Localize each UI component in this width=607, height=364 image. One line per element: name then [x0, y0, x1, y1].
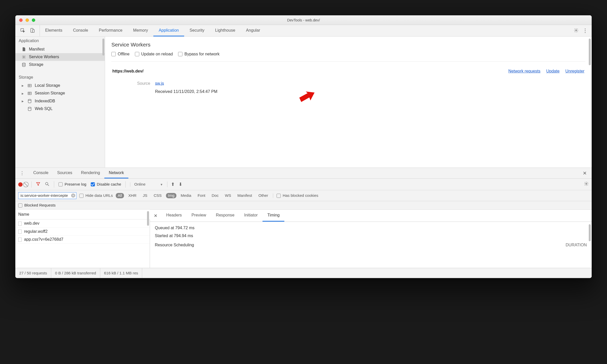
- search-icon[interactable]: [45, 181, 50, 187]
- sw-source-link[interactable]: sw.js: [155, 81, 164, 86]
- tab-performance[interactable]: Performance: [94, 25, 128, 37]
- hide-data-urls-checkbox[interactable]: Hide data URLs: [79, 193, 113, 198]
- list-header-name[interactable]: Name: [15, 210, 150, 220]
- has-blocked-cookies-checkbox[interactable]: Has blocked cookies: [273, 193, 318, 198]
- detail-tab-timing[interactable]: Timing: [263, 210, 285, 222]
- offline-checkbox[interactable]: Offline: [111, 52, 130, 56]
- source-label: Source: [111, 81, 155, 86]
- checkbox-label: Preserve log: [65, 182, 86, 187]
- timing-started: Started at 794.94 ms: [155, 234, 587, 238]
- filter-type-xhr[interactable]: XHR: [126, 193, 138, 198]
- sidebar-item-indexeddb[interactable]: ▶ IndexedDB: [15, 97, 105, 105]
- sidebar-item-session-storage[interactable]: ▶ Session Storage: [15, 90, 105, 97]
- list-scrollbar[interactable]: [147, 211, 149, 226]
- inspect-icon[interactable]: [20, 28, 25, 33]
- disclosure-icon: ▶: [22, 92, 25, 95]
- sidebar-item-service-workers[interactable]: Service Workers: [15, 53, 105, 61]
- database-icon: [22, 63, 26, 67]
- file-icon: [18, 229, 21, 234]
- window-titlebar: DevTools - web.dev/: [15, 15, 592, 25]
- tab-application[interactable]: Application: [153, 25, 184, 37]
- file-icon: [18, 222, 21, 226]
- update-link[interactable]: Update: [546, 69, 559, 74]
- filter-type-img[interactable]: Img: [166, 193, 177, 198]
- tab-elements[interactable]: Elements: [40, 25, 68, 37]
- table-icon: [27, 91, 32, 95]
- window-close-button[interactable]: [19, 18, 22, 22]
- preserve-log-checkbox[interactable]: Preserve log: [59, 182, 86, 187]
- network-requests-link[interactable]: Network requests: [508, 69, 541, 74]
- checkbox-label: Blocked Requests: [24, 203, 55, 208]
- filter-type-doc[interactable]: Doc: [210, 193, 220, 198]
- detail-close-icon[interactable]: ✕: [150, 213, 161, 218]
- device-toggle-icon[interactable]: [30, 28, 35, 33]
- service-workers-panel: Service Workers Offline Update on reload…: [105, 37, 592, 168]
- checkbox-label: Disable cache: [97, 182, 121, 187]
- sidebar-item-manifest[interactable]: Manifest: [15, 45, 105, 53]
- filter-type-js[interactable]: JS: [141, 193, 149, 198]
- sidebar-item-label: IndexedDB: [35, 99, 55, 104]
- tab-security[interactable]: Security: [184, 25, 210, 37]
- filter-type-other[interactable]: Other: [256, 193, 270, 198]
- blocked-requests-checkbox[interactable]: Blocked Requests: [18, 203, 55, 208]
- sw-origin: https://web.dev/: [112, 69, 144, 74]
- drawer-tab-rendering[interactable]: Rendering: [77, 168, 104, 178]
- sidebar-scrollbar[interactable]: [102, 39, 104, 55]
- request-row[interactable]: app.css?v=6e2768d7: [15, 236, 150, 244]
- filter-type-media[interactable]: Media: [179, 193, 193, 198]
- tab-lighthouse[interactable]: Lighthouse: [210, 25, 241, 37]
- window-minimize-button[interactable]: [26, 18, 29, 22]
- drawer-tab-network[interactable]: Network: [104, 168, 128, 178]
- drawer-tab-sources[interactable]: Sources: [53, 168, 77, 178]
- request-row[interactable]: web.dev: [15, 220, 150, 227]
- throttling-select[interactable]: Online ▼: [130, 182, 163, 187]
- drawer-tab-console[interactable]: Console: [29, 168, 53, 178]
- detail-tab-preview[interactable]: Preview: [187, 210, 211, 222]
- drawer-close-icon[interactable]: ✕: [578, 170, 592, 176]
- detail-tab-response[interactable]: Response: [211, 210, 239, 222]
- detail-tab-headers[interactable]: Headers: [161, 210, 187, 222]
- tab-console[interactable]: Console: [68, 25, 94, 37]
- settings-gear-icon[interactable]: [574, 28, 579, 33]
- tab-memory[interactable]: Memory: [128, 25, 153, 37]
- sidebar-item-local-storage[interactable]: ▶ Local Storage: [15, 82, 105, 89]
- content-scrollbar[interactable]: [589, 39, 591, 65]
- sidebar-section-storage: Storage: [15, 73, 105, 82]
- disable-cache-checkbox[interactable]: Disable cache: [91, 182, 121, 187]
- file-icon: [22, 47, 26, 51]
- filter-type-ws[interactable]: WS: [223, 193, 233, 198]
- filter-type-all[interactable]: All: [116, 193, 124, 198]
- checkbox-label: Has blocked cookies: [283, 193, 318, 198]
- window-zoom-button[interactable]: [32, 18, 35, 22]
- network-status-bar: 27 / 50 requests 0 B / 286 kB transferre…: [15, 268, 592, 278]
- sidebar-item-label: Session Storage: [35, 91, 65, 96]
- download-har-icon[interactable]: ⬇: [179, 181, 182, 187]
- bypass-network-checkbox[interactable]: Bypass for network: [178, 52, 219, 56]
- request-row[interactable]: regular.woff2: [15, 228, 150, 236]
- sidebar-item-websql[interactable]: ▶ Web SQL: [15, 105, 105, 113]
- sidebar-item-storage[interactable]: Storage: [15, 61, 105, 69]
- request-detail-panel: ✕ HeadersPreviewResponseInitiatorTiming …: [150, 210, 592, 268]
- network-settings-icon[interactable]: [584, 181, 589, 188]
- table-icon: [27, 83, 32, 88]
- filter-type-font[interactable]: Font: [196, 193, 207, 198]
- record-button[interactable]: [18, 182, 22, 187]
- detail-scrollbar[interactable]: [589, 224, 591, 241]
- status-transferred: 0 B / 286 kB transferred: [51, 268, 100, 278]
- sidebar-item-label: Local Storage: [35, 83, 60, 88]
- duration-label: DURATION: [566, 243, 587, 248]
- update-on-reload-checkbox[interactable]: Update on reload: [135, 52, 173, 56]
- tab-angular[interactable]: Angular: [241, 25, 265, 37]
- svg-point-11: [586, 183, 587, 184]
- unregister-link[interactable]: Unregister: [565, 69, 584, 74]
- filter-input[interactable]: is:service-worker-intercepte ✕: [18, 192, 76, 199]
- drawer-menu-icon[interactable]: ⋮: [15, 170, 29, 176]
- upload-har-icon[interactable]: ⬆: [171, 181, 175, 187]
- detail-tab-initiator[interactable]: Initiator: [239, 210, 263, 222]
- filter-icon[interactable]: [36, 182, 40, 187]
- filter-type-manifest[interactable]: Manifest: [236, 193, 254, 198]
- sidebar-item-label: Storage: [29, 62, 43, 67]
- more-menu-icon[interactable]: ⋮: [582, 28, 588, 34]
- filter-type-css[interactable]: CSS: [152, 193, 164, 198]
- clear-filter-icon[interactable]: ✕: [71, 193, 75, 198]
